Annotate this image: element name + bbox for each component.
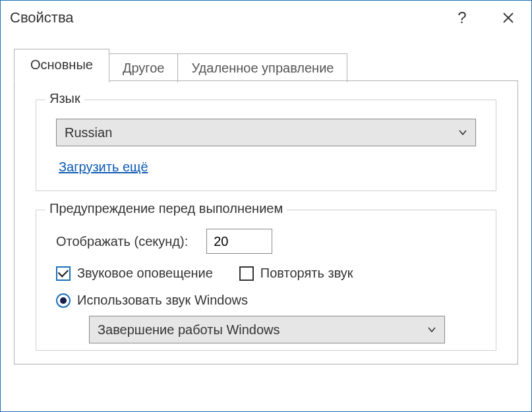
tab-label: Удаленное управление (191, 61, 334, 75)
sound-alert-option[interactable]: Звуковое оповещение (56, 266, 213, 281)
language-dropdown[interactable]: Russian (56, 119, 476, 146)
language-group: Язык Russian Загрузить ещё (36, 100, 496, 191)
windows-sound-dropdown[interactable]: Завершение работы Windows (89, 316, 445, 343)
use-windows-sound-row: Использовать звук Windows (56, 293, 476, 308)
window-title: Свойства (10, 9, 439, 26)
help-icon: ? (458, 9, 466, 27)
tab-label: Другое (123, 61, 165, 75)
tab-label: Основные (30, 57, 93, 72)
close-icon (502, 12, 514, 24)
sound-alert-label: Звуковое оповещение (77, 266, 213, 281)
titlebar: Свойства ? (1, 1, 531, 35)
sound-alert-checkbox[interactable] (56, 266, 71, 281)
close-button[interactable] (485, 1, 531, 35)
chevron-down-icon (458, 128, 467, 137)
display-seconds-input[interactable] (206, 229, 272, 254)
tab-remote-control[interactable]: Удаленное управление (177, 53, 347, 82)
tab-other[interactable]: Другое (109, 53, 179, 82)
properties-dialog: Свойства ? Основные Другое Удаленное упр… (0, 0, 532, 412)
repeat-sound-label: Повторять звук (260, 266, 353, 281)
repeat-sound-option[interactable]: Повторять звук (239, 266, 353, 281)
display-seconds-row: Отображать (секунд): (56, 229, 476, 254)
tab-list: Основные Другое Удаленное управление (14, 48, 518, 80)
use-windows-sound-radio[interactable] (56, 293, 71, 308)
use-windows-sound-option[interactable]: Использовать звук Windows (56, 293, 248, 308)
windows-sound-indent: Завершение работы Windows (89, 316, 476, 343)
language-selected: Russian (65, 125, 112, 140)
help-button[interactable]: ? (439, 1, 485, 35)
chevron-down-icon (427, 325, 436, 334)
language-legend: Язык (45, 91, 84, 106)
use-windows-sound-label: Использовать звук Windows (77, 293, 248, 308)
load-more-link[interactable]: Загрузить ещё (59, 160, 148, 175)
repeat-sound-checkbox[interactable] (239, 266, 254, 281)
display-seconds-label: Отображать (секунд): (56, 234, 188, 249)
dialog-content: Основные Другое Удаленное управление Язы… (1, 35, 531, 411)
sound-options-row: Звуковое оповещение Повторять звук (56, 266, 476, 281)
tab-panel-main: Язык Russian Загрузить ещё Предупреждени… (14, 80, 518, 365)
windows-sound-selected: Завершение работы Windows (98, 322, 280, 338)
warning-legend: Предупреждение перед выполнением (45, 201, 287, 216)
tab-main[interactable]: Основные (14, 49, 109, 81)
warning-group: Предупреждение перед выполнением Отображ… (36, 210, 496, 351)
